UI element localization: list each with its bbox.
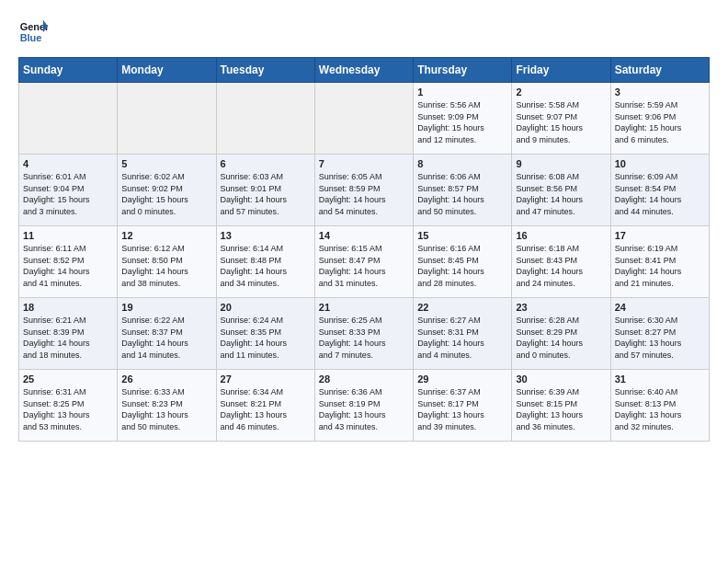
day-info: Sunrise: 5:56 AM Sunset: 9:09 PM Dayligh… [417, 99, 507, 145]
day-info: Sunrise: 6:40 AM Sunset: 8:13 PM Dayligh… [615, 386, 705, 432]
calendar-cell: 23Sunrise: 6:28 AM Sunset: 8:29 PM Dayli… [512, 298, 610, 370]
calendar-cell: 26Sunrise: 6:33 AM Sunset: 8:23 PM Dayli… [118, 370, 216, 442]
calendar-cell: 25Sunrise: 6:31 AM Sunset: 8:25 PM Dayli… [19, 370, 118, 442]
calendar-cell: 21Sunrise: 6:25 AM Sunset: 8:33 PM Dayli… [314, 298, 413, 370]
day-number: 19 [121, 302, 211, 313]
day-number: 2 [516, 86, 606, 98]
day-number: 17 [615, 230, 705, 241]
calendar-cell: 27Sunrise: 6:34 AM Sunset: 8:21 PM Dayli… [216, 370, 314, 442]
calendar-cell: 7Sunrise: 6:05 AM Sunset: 8:59 PM Daylig… [314, 155, 413, 226]
day-number: 12 [121, 230, 211, 241]
day-info: Sunrise: 5:58 AM Sunset: 9:07 PM Dayligh… [516, 99, 606, 145]
day-info: Sunrise: 6:14 AM Sunset: 8:48 PM Dayligh… [221, 243, 311, 289]
day-number: 25 [23, 373, 113, 385]
calendar-table: SundayMondayTuesdayWednesdayThursdayFrid… [18, 57, 710, 442]
day-number: 4 [23, 158, 113, 169]
calendar-cell [314, 83, 413, 155]
day-number: 11 [23, 230, 113, 241]
day-info: Sunrise: 6:19 AM Sunset: 8:41 PM Dayligh… [615, 243, 705, 289]
calendar-cell: 16Sunrise: 6:18 AM Sunset: 8:43 PM Dayli… [512, 226, 610, 298]
day-number: 3 [615, 86, 705, 98]
day-info: Sunrise: 6:16 AM Sunset: 8:45 PM Dayligh… [417, 243, 507, 289]
day-info: Sunrise: 6:37 AM Sunset: 8:17 PM Dayligh… [417, 386, 507, 432]
day-header-tuesday: Tuesday [216, 58, 314, 83]
calendar-cell [118, 83, 216, 155]
day-number: 20 [221, 302, 311, 313]
day-number: 10 [615, 158, 705, 169]
day-number: 13 [221, 230, 311, 241]
week-row-3: 11Sunrise: 6:11 AM Sunset: 8:52 PM Dayli… [19, 226, 710, 298]
calendar-cell: 2Sunrise: 5:58 AM Sunset: 9:07 PM Daylig… [512, 83, 610, 155]
day-info: Sunrise: 6:39 AM Sunset: 8:15 PM Dayligh… [516, 386, 606, 432]
day-info: Sunrise: 6:21 AM Sunset: 8:39 PM Dayligh… [23, 315, 113, 361]
page-header: General Blue [18, 18, 710, 48]
day-number: 18 [23, 302, 113, 313]
day-number: 5 [121, 158, 211, 169]
day-info: Sunrise: 6:25 AM Sunset: 8:33 PM Dayligh… [319, 315, 409, 361]
day-number: 23 [516, 302, 606, 313]
day-info: Sunrise: 6:11 AM Sunset: 8:52 PM Dayligh… [23, 243, 113, 289]
day-info: Sunrise: 6:06 AM Sunset: 8:57 PM Dayligh… [417, 171, 507, 217]
day-info: Sunrise: 6:01 AM Sunset: 9:04 PM Dayligh… [23, 171, 113, 217]
day-number: 22 [417, 302, 507, 313]
calendar-cell: 3Sunrise: 5:59 AM Sunset: 9:06 PM Daylig… [610, 83, 709, 155]
calendar-cell: 29Sunrise: 6:37 AM Sunset: 8:17 PM Dayli… [414, 370, 512, 442]
day-info: Sunrise: 6:30 AM Sunset: 8:27 PM Dayligh… [615, 315, 705, 361]
day-header-sunday: Sunday [19, 58, 118, 83]
calendar-cell: 15Sunrise: 6:16 AM Sunset: 8:45 PM Dayli… [414, 226, 512, 298]
day-info: Sunrise: 6:02 AM Sunset: 9:02 PM Dayligh… [121, 171, 211, 217]
day-number: 30 [516, 373, 606, 385]
day-number: 28 [319, 373, 409, 385]
day-number: 31 [615, 373, 705, 385]
week-row-4: 18Sunrise: 6:21 AM Sunset: 8:39 PM Dayli… [19, 298, 710, 370]
day-header-wednesday: Wednesday [314, 58, 413, 83]
calendar-cell: 12Sunrise: 6:12 AM Sunset: 8:50 PM Dayli… [118, 226, 216, 298]
calendar-cell [216, 83, 314, 155]
day-header-saturday: Saturday [610, 58, 709, 83]
day-number: 27 [221, 373, 311, 385]
day-info: Sunrise: 6:27 AM Sunset: 8:31 PM Dayligh… [417, 315, 507, 361]
calendar-cell: 17Sunrise: 6:19 AM Sunset: 8:41 PM Dayli… [610, 226, 709, 298]
day-header-friday: Friday [512, 58, 610, 83]
calendar-cell: 28Sunrise: 6:36 AM Sunset: 8:19 PM Dayli… [314, 370, 413, 442]
calendar-cell: 8Sunrise: 6:06 AM Sunset: 8:57 PM Daylig… [414, 155, 512, 226]
day-number: 6 [221, 158, 311, 169]
calendar-cell: 10Sunrise: 6:09 AM Sunset: 8:54 PM Dayli… [610, 155, 709, 226]
logo-icon: General Blue [18, 18, 48, 48]
day-info: Sunrise: 6:05 AM Sunset: 8:59 PM Dayligh… [319, 171, 409, 217]
calendar-cell: 30Sunrise: 6:39 AM Sunset: 8:15 PM Dayli… [512, 370, 610, 442]
day-info: Sunrise: 6:24 AM Sunset: 8:35 PM Dayligh… [221, 315, 311, 361]
day-info: Sunrise: 6:31 AM Sunset: 8:25 PM Dayligh… [23, 386, 113, 432]
calendar-cell: 4Sunrise: 6:01 AM Sunset: 9:04 PM Daylig… [19, 155, 118, 226]
day-number: 29 [417, 373, 507, 385]
day-number: 7 [319, 158, 409, 169]
calendar-cell: 20Sunrise: 6:24 AM Sunset: 8:35 PM Dayli… [216, 298, 314, 370]
day-info: Sunrise: 6:22 AM Sunset: 8:37 PM Dayligh… [121, 315, 211, 361]
svg-text:Blue: Blue [20, 32, 42, 43]
calendar-cell: 24Sunrise: 6:30 AM Sunset: 8:27 PM Dayli… [610, 298, 709, 370]
day-info: Sunrise: 6:08 AM Sunset: 8:56 PM Dayligh… [516, 171, 606, 217]
week-row-5: 25Sunrise: 6:31 AM Sunset: 8:25 PM Dayli… [19, 370, 710, 442]
day-info: Sunrise: 5:59 AM Sunset: 9:06 PM Dayligh… [615, 99, 705, 145]
day-number: 14 [319, 230, 409, 241]
day-number: 8 [417, 158, 507, 169]
week-row-2: 4Sunrise: 6:01 AM Sunset: 9:04 PM Daylig… [19, 155, 710, 226]
day-number: 9 [516, 158, 606, 169]
days-header-row: SundayMondayTuesdayWednesdayThursdayFrid… [19, 58, 710, 83]
day-number: 15 [417, 230, 507, 241]
day-number: 1 [417, 86, 507, 98]
day-number: 16 [516, 230, 606, 241]
day-info: Sunrise: 6:34 AM Sunset: 8:21 PM Dayligh… [221, 386, 311, 432]
calendar-cell: 6Sunrise: 6:03 AM Sunset: 9:01 PM Daylig… [216, 155, 314, 226]
day-number: 26 [121, 373, 211, 385]
day-info: Sunrise: 6:12 AM Sunset: 8:50 PM Dayligh… [121, 243, 211, 289]
calendar-cell: 13Sunrise: 6:14 AM Sunset: 8:48 PM Dayli… [216, 226, 314, 298]
calendar-cell: 9Sunrise: 6:08 AM Sunset: 8:56 PM Daylig… [512, 155, 610, 226]
day-info: Sunrise: 6:28 AM Sunset: 8:29 PM Dayligh… [516, 315, 606, 361]
day-info: Sunrise: 6:09 AM Sunset: 8:54 PM Dayligh… [615, 171, 705, 217]
day-number: 24 [615, 302, 705, 313]
calendar-cell: 31Sunrise: 6:40 AM Sunset: 8:13 PM Dayli… [610, 370, 709, 442]
calendar-cell: 22Sunrise: 6:27 AM Sunset: 8:31 PM Dayli… [414, 298, 512, 370]
calendar-cell: 11Sunrise: 6:11 AM Sunset: 8:52 PM Dayli… [19, 226, 118, 298]
calendar-cell: 5Sunrise: 6:02 AM Sunset: 9:02 PM Daylig… [118, 155, 216, 226]
